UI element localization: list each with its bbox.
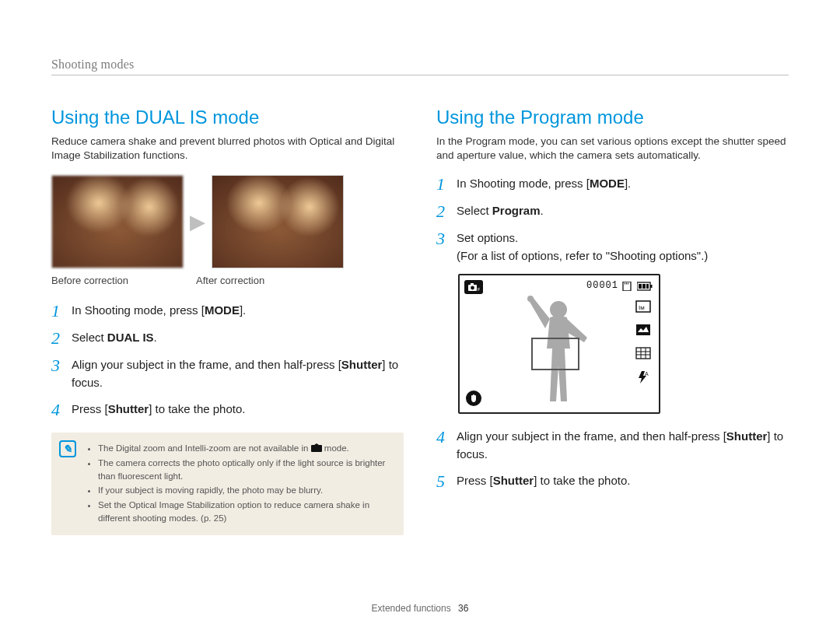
intro-program: In the Program mode, you can set various… xyxy=(436,135,789,163)
frame-counter: 00001 xyxy=(586,280,618,291)
battery-icon xyxy=(637,282,653,291)
hand-steady-icon xyxy=(466,391,481,406)
svg-rect-11 xyxy=(642,284,646,289)
caption-before: Before correction xyxy=(51,275,190,286)
note-item: The Digital zoom and Intelli-zoom are no… xyxy=(98,442,393,455)
svg-point-23 xyxy=(527,296,534,302)
svg-rect-10 xyxy=(639,284,642,289)
grid-icon xyxy=(635,347,651,361)
svg-rect-6 xyxy=(626,283,627,285)
section-title-program: Using the Program mode xyxy=(436,107,789,128)
page-number: 36 xyxy=(458,603,468,614)
photo-after xyxy=(212,175,344,268)
steps-program-b: 4 Align your subject in the frame, and t… xyxy=(436,428,789,490)
step-text: In Shooting mode, press [MODE]. xyxy=(457,175,631,193)
step-number: 5 xyxy=(436,472,447,490)
footer-section: Extended functions xyxy=(372,603,451,614)
note-icon: ✎ xyxy=(59,440,76,457)
intro-dual-is: Reduce camera shake and prevent blurred … xyxy=(51,135,404,163)
focus-frame xyxy=(531,338,579,370)
note-box: ✎ The Digital zoom and Intelli-zoom are … xyxy=(51,433,404,535)
camera-p-icon: P xyxy=(464,280,483,294)
note-item: The camera corrects the photo optically … xyxy=(98,457,393,482)
dual-is-mode-icon xyxy=(311,443,322,453)
comparison-images: ▶ xyxy=(51,175,404,268)
step-text: Select DUAL IS. xyxy=(72,329,157,347)
svg-rect-2 xyxy=(471,283,474,285)
flash-auto-icon: A xyxy=(635,370,651,384)
note-item: If your subject is moving rapidly, the p… xyxy=(98,484,393,497)
step-text: In Shooting mode, press [MODE]. xyxy=(72,302,246,320)
step-text: Press [Shutter] to take the photo. xyxy=(457,472,630,490)
step-text: Set options. (For a list of options, ref… xyxy=(457,229,708,264)
svg-rect-0 xyxy=(311,445,322,452)
svg-rect-12 xyxy=(646,284,649,289)
svg-text:Iм: Iм xyxy=(639,304,645,311)
svg-rect-5 xyxy=(625,283,625,285)
svg-text:P: P xyxy=(478,287,480,292)
section-title-dual-is: Using the DUAL IS mode xyxy=(51,107,404,128)
step-text: Select Program. xyxy=(457,202,544,220)
steps-program-a: 1 In Shooting mode, press [MODE]. 2 Sele… xyxy=(436,175,789,264)
breadcrumb: Shooting modes xyxy=(51,58,789,75)
step-number: 4 xyxy=(51,401,62,419)
svg-text:A: A xyxy=(645,371,649,377)
svg-rect-9 xyxy=(650,285,653,288)
sd-card-icon xyxy=(621,282,632,291)
svg-rect-16 xyxy=(636,348,650,359)
step-number: 1 xyxy=(436,175,447,193)
step-number: 3 xyxy=(436,229,447,247)
arrow-right-icon: ▶ xyxy=(190,210,205,234)
steps-dual-is: 1 In Shooting mode, press [MODE]. 2 Sele… xyxy=(51,302,404,419)
step-text: Align your subject in the frame, and the… xyxy=(72,356,404,391)
svg-point-3 xyxy=(471,286,474,290)
caption-after: After correction xyxy=(196,275,264,286)
step-text: Press [Shutter] to take the photo. xyxy=(72,401,245,419)
note-item: Set the Optical Image Stabilization opti… xyxy=(98,499,393,524)
size-14m-icon: Iм xyxy=(635,300,651,314)
step-number: 3 xyxy=(51,356,62,374)
right-column: Using the Program mode In the Program mo… xyxy=(436,107,789,535)
step-number: 1 xyxy=(51,302,62,320)
svg-rect-15 xyxy=(636,324,650,335)
svg-point-22 xyxy=(550,301,567,318)
step-number: 4 xyxy=(436,428,447,446)
camera-lcd-preview: P 00001 Iм A xyxy=(458,274,660,414)
page-footer: Extended functions 36 xyxy=(0,603,840,614)
svg-rect-7 xyxy=(628,283,628,285)
left-column: Using the DUAL IS mode Reduce camera sha… xyxy=(51,107,404,535)
step-number: 2 xyxy=(51,329,62,347)
photo-before xyxy=(51,175,184,268)
quality-icon xyxy=(635,324,651,338)
step-text: Align your subject in the frame, and the… xyxy=(457,428,789,463)
step-number: 2 xyxy=(436,202,447,220)
